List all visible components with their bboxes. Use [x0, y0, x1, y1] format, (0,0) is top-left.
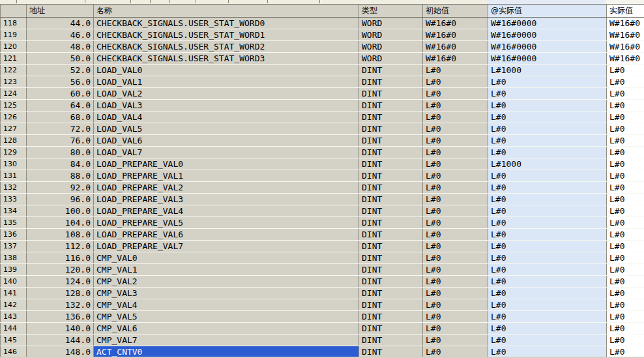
- cell-address[interactable]: 104.0: [27, 216, 94, 228]
- cell-type[interactable]: DINT: [359, 275, 423, 287]
- cell-initial-value[interactable]: W#16#0: [423, 52, 488, 64]
- cell-monitor-value[interactable]: L#0: [488, 299, 607, 310]
- cell-type[interactable]: DINT: [359, 240, 423, 252]
- cell-actual-value[interactable]: L#0: [607, 263, 644, 275]
- row-number[interactable]: 129: [1, 146, 27, 158]
- row-number[interactable]: 118: [1, 17, 27, 29]
- cell-initial-value[interactable]: L#0: [423, 111, 488, 123]
- cell-name[interactable]: LOAD_VAL3: [94, 99, 359, 111]
- cell-initial-value[interactable]: L#0: [423, 134, 488, 146]
- cell-initial-value[interactable]: W#16#0: [423, 29, 488, 40]
- cell-initial-value[interactable]: L#0: [423, 99, 488, 111]
- cell-actual-value[interactable]: L#0: [607, 99, 644, 111]
- cell-actual-value[interactable]: L#0: [607, 76, 644, 87]
- cell-type[interactable]: DINT: [359, 346, 423, 357]
- cell-actual-value[interactable]: L#0: [607, 334, 644, 346]
- cell-type[interactable]: DINT: [359, 193, 423, 205]
- cell-address[interactable]: 128.0: [27, 287, 94, 299]
- cell-name[interactable]: LOAD_VAL4: [94, 111, 359, 123]
- cell-initial-value[interactable]: W#16#0: [423, 40, 488, 52]
- cell-type[interactable]: WORD: [359, 52, 423, 64]
- cell-actual-value[interactable]: W#16#0: [607, 17, 644, 29]
- cell-actual-value[interactable]: L#0: [607, 310, 644, 322]
- row-number[interactable]: 140: [1, 275, 27, 287]
- cell-type[interactable]: DINT: [359, 123, 423, 134]
- cell-initial-value[interactable]: L#0: [423, 287, 488, 299]
- cell-initial-value[interactable]: L#0: [423, 205, 488, 216]
- cell-initial-value[interactable]: L#0: [423, 310, 488, 322]
- cell-monitor-value[interactable]: L#0: [488, 287, 607, 299]
- cell-monitor-value[interactable]: L#0: [488, 240, 607, 252]
- cell-name[interactable]: CMP_VAL4: [94, 299, 359, 310]
- cell-monitor-value[interactable]: L#0: [488, 146, 607, 158]
- row-number[interactable]: 133: [1, 193, 27, 205]
- cell-address[interactable]: 76.0: [27, 134, 94, 146]
- cell-monitor-value[interactable]: L#0: [488, 76, 607, 87]
- cell-initial-value[interactable]: L#0: [423, 275, 488, 287]
- cell-actual-value[interactable]: L#0: [607, 87, 644, 99]
- cell-initial-value[interactable]: L#0: [423, 322, 488, 334]
- cell-actual-value[interactable]: L#0: [607, 299, 644, 310]
- cell-type[interactable]: DINT: [359, 158, 423, 170]
- cell-actual-value[interactable]: L#0: [607, 111, 644, 123]
- cell-address[interactable]: 120.0: [27, 263, 94, 275]
- cell-address[interactable]: 100.0: [27, 205, 94, 216]
- cell-actual-value[interactable]: L#0: [607, 252, 644, 263]
- cell-initial-value[interactable]: W#16#0: [423, 17, 488, 29]
- cell-type[interactable]: WORD: [359, 17, 423, 29]
- cell-actual-value[interactable]: L#0: [607, 240, 644, 252]
- cell-name[interactable]: LOAD_VAL5: [94, 123, 359, 134]
- cell-name[interactable]: LOAD_VAL2: [94, 87, 359, 99]
- cell-address[interactable]: 88.0: [27, 170, 94, 181]
- cell-address[interactable]: 132.0: [27, 299, 94, 310]
- cell-name[interactable]: LOAD_PREPARE_VAL7: [94, 240, 359, 252]
- cell-name[interactable]: CHECKBACK_SIGNALS.USER_STAT_WORD2: [94, 40, 359, 52]
- cell-actual-value[interactable]: L#0: [607, 158, 644, 170]
- cell-actual-value[interactable]: L#0: [607, 146, 644, 158]
- cell-monitor-value[interactable]: L#0: [488, 123, 607, 134]
- cell-address[interactable]: 140.0: [27, 322, 94, 334]
- row-number[interactable]: 131: [1, 170, 27, 181]
- cell-address[interactable]: 46.0: [27, 29, 94, 40]
- row-number[interactable]: 146: [1, 346, 27, 357]
- cell-actual-value[interactable]: L#0: [607, 275, 644, 287]
- cell-initial-value[interactable]: L#0: [423, 123, 488, 134]
- row-number[interactable]: 124: [1, 87, 27, 99]
- cell-initial-value[interactable]: L#0: [423, 252, 488, 263]
- cell-type[interactable]: DINT: [359, 263, 423, 275]
- cell-monitor-value[interactable]: L#1000: [488, 64, 607, 76]
- cell-name[interactable]: CHECKBACK_SIGNALS.USER_STAT_WORD1: [94, 29, 359, 40]
- row-number[interactable]: 137: [1, 240, 27, 252]
- cell-initial-value[interactable]: L#0: [423, 240, 488, 252]
- cell-monitor-value[interactable]: L#0: [488, 263, 607, 275]
- cell-name[interactable]: CMP_VAL1: [94, 263, 359, 275]
- cell-monitor-value[interactable]: L#0: [488, 322, 607, 334]
- cell-type[interactable]: DINT: [359, 334, 423, 346]
- cell-type[interactable]: WORD: [359, 40, 423, 52]
- cell-actual-value[interactable]: L#0: [607, 123, 644, 134]
- cell-address[interactable]: 84.0: [27, 158, 94, 170]
- cell-name[interactable]: LOAD_PREPARE_VAL6: [94, 228, 359, 240]
- cell-address[interactable]: 116.0: [27, 252, 94, 263]
- cell-monitor-value[interactable]: L#0: [488, 99, 607, 111]
- cell-address[interactable]: 96.0: [27, 193, 94, 205]
- cell-name[interactable]: LOAD_PREPARE_VAL5: [94, 216, 359, 228]
- row-number[interactable]: 134: [1, 205, 27, 216]
- cell-address[interactable]: 80.0: [27, 146, 94, 158]
- cell-address[interactable]: 92.0: [27, 181, 94, 193]
- row-number[interactable]: 123: [1, 76, 27, 87]
- cell-type[interactable]: DINT: [359, 205, 423, 216]
- row-number[interactable]: 119: [1, 29, 27, 40]
- cell-actual-value[interactable]: L#0: [607, 216, 644, 228]
- cell-monitor-value[interactable]: W#16#0000: [488, 52, 607, 64]
- row-number[interactable]: 127: [1, 123, 27, 134]
- row-number[interactable]: 141: [1, 287, 27, 299]
- cell-initial-value[interactable]: L#0: [423, 181, 488, 193]
- cell-monitor-value[interactable]: L#0: [488, 111, 607, 123]
- row-number[interactable]: 136: [1, 228, 27, 240]
- cell-address[interactable]: 144.0: [27, 334, 94, 346]
- cell-name[interactable]: LOAD_PREPARE_VAL0: [94, 158, 359, 170]
- cell-actual-value[interactable]: W#16#0: [607, 40, 644, 52]
- cell-type[interactable]: DINT: [359, 76, 423, 87]
- cell-actual-value[interactable]: L#0: [607, 228, 644, 240]
